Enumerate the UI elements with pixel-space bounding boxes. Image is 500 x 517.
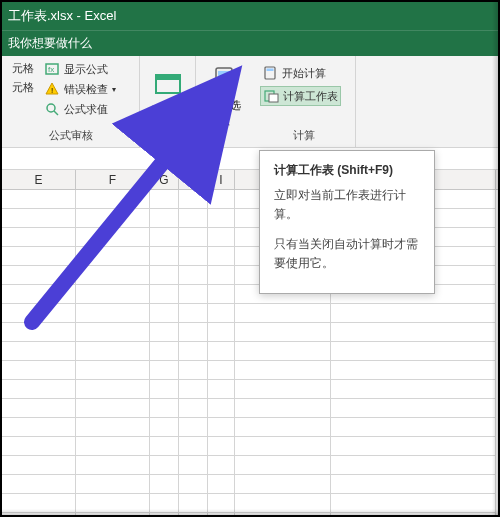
cell[interactable] xyxy=(76,437,150,456)
cell[interactable] xyxy=(179,456,208,475)
cell[interactable] xyxy=(331,342,496,361)
cell[interactable] xyxy=(76,494,150,513)
column-header[interactable]: H xyxy=(179,170,208,189)
cell[interactable] xyxy=(150,456,179,475)
cell[interactable] xyxy=(179,342,208,361)
cell[interactable] xyxy=(208,323,235,342)
cell[interactable] xyxy=(208,285,235,304)
cell[interactable] xyxy=(76,285,150,304)
cell[interactable] xyxy=(2,304,76,323)
cell[interactable] xyxy=(208,209,235,228)
cell[interactable] xyxy=(208,361,235,380)
cell[interactable] xyxy=(150,437,179,456)
cell[interactable] xyxy=(235,323,331,342)
cell[interactable] xyxy=(2,399,76,418)
cell[interactable] xyxy=(208,304,235,323)
cell[interactable] xyxy=(150,361,179,380)
evaluate-formula-button[interactable]: 公式求值 xyxy=(42,100,118,118)
cell[interactable] xyxy=(2,285,76,304)
cell[interactable] xyxy=(179,513,208,517)
cell[interactable] xyxy=(76,190,150,209)
cell[interactable] xyxy=(2,475,76,494)
cell[interactable] xyxy=(150,380,179,399)
cell[interactable] xyxy=(150,475,179,494)
cell[interactable] xyxy=(150,190,179,209)
cell[interactable] xyxy=(76,361,150,380)
cell[interactable] xyxy=(76,399,150,418)
cell[interactable] xyxy=(150,399,179,418)
cell[interactable] xyxy=(208,380,235,399)
cell[interactable] xyxy=(235,475,331,494)
cell[interactable] xyxy=(208,437,235,456)
cell[interactable] xyxy=(76,247,150,266)
cell[interactable] xyxy=(150,494,179,513)
column-header[interactable]: F xyxy=(76,170,150,189)
cell[interactable] xyxy=(179,266,208,285)
cell[interactable] xyxy=(179,247,208,266)
cell[interactable] xyxy=(2,228,76,247)
cell[interactable] xyxy=(179,228,208,247)
cell[interactable] xyxy=(76,266,150,285)
cell[interactable] xyxy=(150,342,179,361)
cell[interactable] xyxy=(150,266,179,285)
cell[interactable] xyxy=(76,342,150,361)
cell[interactable] xyxy=(235,399,331,418)
cell[interactable] xyxy=(2,513,76,517)
cell[interactable] xyxy=(179,304,208,323)
cell[interactable] xyxy=(331,513,496,517)
cell[interactable] xyxy=(179,494,208,513)
cell[interactable] xyxy=(208,513,235,517)
cell[interactable] xyxy=(331,323,496,342)
watch-window-button[interactable]: 监视窗口 xyxy=(145,60,191,141)
cell[interactable] xyxy=(179,361,208,380)
error-checking-button[interactable]: ! 错误检查 ▾ xyxy=(42,80,118,98)
cell[interactable] xyxy=(150,228,179,247)
cell[interactable] xyxy=(235,361,331,380)
cell[interactable] xyxy=(179,475,208,494)
cell[interactable] xyxy=(208,494,235,513)
cell[interactable] xyxy=(179,285,208,304)
column-header[interactable]: I xyxy=(208,170,235,189)
cell[interactable] xyxy=(331,494,496,513)
cell[interactable] xyxy=(2,190,76,209)
cell[interactable] xyxy=(208,266,235,285)
cell[interactable] xyxy=(76,418,150,437)
calculate-sheet-button[interactable]: 计算工作表 xyxy=(260,86,341,106)
cell[interactable] xyxy=(331,456,496,475)
cell[interactable] xyxy=(179,190,208,209)
cell[interactable] xyxy=(331,418,496,437)
cell[interactable] xyxy=(208,228,235,247)
cell[interactable] xyxy=(235,418,331,437)
cell[interactable] xyxy=(208,456,235,475)
remove-arrows-button[interactable] xyxy=(10,98,36,100)
cell[interactable] xyxy=(76,228,150,247)
cell[interactable] xyxy=(208,418,235,437)
cell[interactable] xyxy=(179,323,208,342)
cell[interactable] xyxy=(235,304,331,323)
cell[interactable] xyxy=(2,323,76,342)
trace-dependents-button[interactable]: 元格 xyxy=(10,79,36,96)
cell[interactable] xyxy=(179,399,208,418)
cell[interactable] xyxy=(331,399,496,418)
cell[interactable] xyxy=(2,437,76,456)
cell[interactable] xyxy=(235,513,331,517)
cell[interactable] xyxy=(150,418,179,437)
cell[interactable] xyxy=(2,418,76,437)
cell[interactable] xyxy=(76,380,150,399)
trace-precedents-button[interactable]: 元格 xyxy=(10,60,36,77)
cell[interactable] xyxy=(150,209,179,228)
cell[interactable] xyxy=(2,266,76,285)
cell[interactable] xyxy=(150,247,179,266)
cell[interactable] xyxy=(331,361,496,380)
cell[interactable] xyxy=(331,304,496,323)
cell[interactable] xyxy=(208,342,235,361)
cell[interactable] xyxy=(331,475,496,494)
cell[interactable] xyxy=(76,304,150,323)
show-formulas-button[interactable]: fx 显示公式 xyxy=(42,60,118,78)
cell[interactable] xyxy=(2,342,76,361)
cell[interactable] xyxy=(208,475,235,494)
cell[interactable] xyxy=(2,494,76,513)
cell[interactable] xyxy=(235,437,331,456)
calculate-now-button[interactable]: 开始计算 xyxy=(260,64,341,82)
cell[interactable] xyxy=(2,361,76,380)
